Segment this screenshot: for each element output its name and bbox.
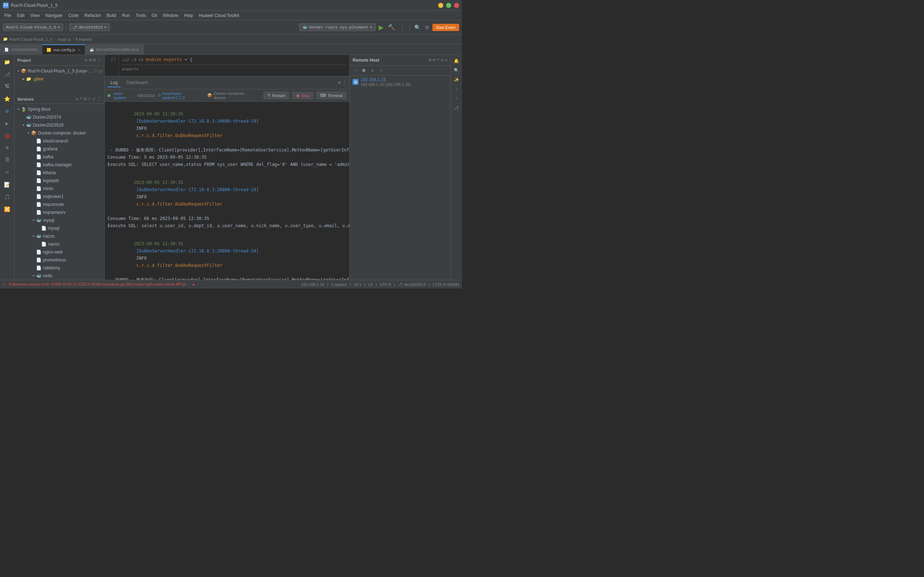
ssh-refresh-btn[interactable]: ↻ — [368, 67, 376, 75]
sidebar-icon-tiktok[interactable]: 🎵 — [2, 191, 13, 203]
scroll-down-btn[interactable]: ↓ — [452, 94, 461, 103]
run-button[interactable]: ▶ — [377, 23, 385, 32]
sidebar-icon-run[interactable]: ▶ — [2, 118, 13, 129]
vcs-annotate-btn[interactable]: ⎇ — [452, 103, 461, 112]
svc-minio[interactable]: 📄 minio — [15, 185, 104, 193]
services-more-icon[interactable]: ⋮ — [97, 96, 102, 102]
svc-kafka-manager[interactable]: 📄 kafka-manager — [15, 161, 104, 169]
menu-run[interactable]: Run — [119, 11, 133, 20]
sidebar-icon-vcs[interactable]: ⎇ — [2, 69, 13, 80]
svc-nacos-group[interactable]: ▼ 🐳 nacos — [15, 232, 104, 240]
log-settings-icon[interactable]: ⚙ — [338, 80, 341, 85]
tree-gitee[interactable]: ▶ 📁 .gitee — [15, 75, 104, 83]
sidebar-icon-structure[interactable]: 🏗 — [2, 81, 13, 92]
ssh-disconnect-btn[interactable]: ⏹ — [360, 67, 368, 75]
services-refresh-icon[interactable]: ↻ — [76, 96, 78, 102]
ai-btn[interactable]: ✨ — [452, 76, 461, 84]
build-button[interactable]: 🔨 — [386, 23, 397, 31]
inspect-btn[interactable]: 🔍 — [452, 66, 461, 75]
ssh-connect-btn[interactable]: → — [351, 67, 359, 75]
close-btn[interactable] — [454, 3, 459, 8]
stop-button[interactable]: ⏹ Stop — [292, 92, 313, 99]
sidebar-icon-debug[interactable]: 🐞 — [2, 130, 13, 141]
docker2023518[interactable]: ▼ 🐳 Docker2023518 — [15, 121, 104, 129]
sidebar-icon-git[interactable]: 🔀 — [2, 203, 13, 215]
menu-file[interactable]: File — [2, 11, 14, 20]
restart-button[interactable]: ↻ Restart — [263, 92, 289, 99]
ssh-chevron-btn[interactable]: ▾ — [377, 67, 385, 75]
svc-kibana[interactable]: 📄 kibana — [15, 169, 104, 177]
sidebar-icon-todo[interactable]: 📝 — [2, 179, 13, 190]
gear-icon[interactable]: ⚙ — [93, 57, 96, 63]
menu-code[interactable]: Code — [65, 11, 82, 20]
menu-refactor[interactable]: Refactor — [82, 11, 103, 20]
log-tab-dashboard[interactable]: Dashboard — [123, 79, 150, 87]
search-everywhere-button[interactable]: 🔍 — [413, 24, 422, 31]
menu-git[interactable]: Git — [149, 11, 160, 20]
remote-refresh-icon[interactable]: ↻ — [441, 57, 444, 63]
menu-tools[interactable]: Tools — [133, 11, 149, 20]
sidebar-icon-favorites[interactable]: ⭐ — [2, 93, 13, 105]
sidebar-icon-database[interactable]: 🗄 — [2, 154, 13, 166]
services-filter-icon[interactable]: ⊟ — [84, 96, 87, 102]
log-content[interactable]: 2023-09-05 12:30:35 [DubboServerHandler-… — [105, 102, 349, 280]
compose-docker[interactable]: ▼ 📦 Docker-compose: docker — [15, 129, 104, 137]
svc-mqnamesrv[interactable]: 📄 mqnamesrv — [15, 208, 104, 216]
tab-env-production[interactable]: 📄 .env.production — [0, 44, 42, 55]
menu-window[interactable]: Window — [160, 11, 181, 20]
log-tab-log[interactable]: Log — [108, 79, 121, 87]
breadcrumb-root[interactable]: 📁 RuoYi-Cloud-PlusA_1_5 — [3, 37, 52, 42]
more-icon[interactable]: ⋮ — [97, 57, 102, 63]
terminal-button[interactable]: ⌨ Terminal — [316, 92, 347, 99]
svc-logstash[interactable]: 📄 logstash — [15, 177, 104, 185]
remote-add-icon[interactable]: + — [437, 57, 439, 63]
remote-host-item[interactable]: 🖥 192.168.1.16 192.168.1.16 (192.168.1.1… — [350, 76, 451, 88]
project-selector[interactable]: RuoYi-Cloud-PlusA_1_5 ▾ — [3, 23, 63, 31]
remote-minimize-icon[interactable]: ⊟ — [433, 57, 435, 63]
more-actions-button[interactable]: ⋮ — [398, 23, 407, 31]
collapse-icon[interactable]: ⊟ — [89, 57, 92, 63]
svc-mysql-group[interactable]: ▼ 🐳 mysql — [15, 216, 104, 224]
breadcrumb-item-2[interactable]: ℹ exports — [76, 37, 92, 42]
services-add-icon[interactable]: + — [80, 96, 82, 102]
scroll-up-btn[interactable]: ↑ — [452, 85, 461, 93]
tab-java[interactable]: ☕ SecureClassLoader.java — [85, 44, 144, 55]
svc-rabbitmq[interactable]: 📄 rabbitmq — [15, 264, 104, 272]
svc-mqconsole[interactable]: 📄 mqconsole — [15, 200, 104, 208]
tab-vue-config[interactable]: 🟨 vue.config.js ✕ — [42, 44, 85, 55]
branch-selector[interactable]: ⎇ dev2023613 ▾ — [69, 23, 110, 31]
sync-icon[interactable]: ↻ — [85, 57, 87, 63]
tree-root[interactable]: ▼ 📦 RuoYi-Cloud-PlusA_1_5 [ruoyi-cloud-p… — [15, 67, 104, 75]
svc-nacos[interactable]: 📄 nacos — [15, 240, 104, 248]
menu-edit[interactable]: Edit — [14, 11, 27, 20]
minimize-btn[interactable] — [438, 3, 443, 8]
sidebar-icon-kubernetes[interactable]: ☸ — [2, 142, 13, 154]
code-content[interactable]: ⚠△2 ✓3 ✗2 module.exports = { exports — [119, 55, 349, 76]
menu-view[interactable]: View — [27, 11, 43, 20]
services-sort-icon[interactable]: ↕ — [88, 96, 90, 102]
tab-vue-close[interactable]: ✕ — [78, 48, 81, 52]
menu-huawei-cloud-toolkit[interactable]: Huawei Cloud Toolkit — [196, 11, 242, 20]
breadcrumb-item-1[interactable]: ruoyi-ui — [57, 37, 70, 42]
settings-button[interactable]: ⚙ — [423, 24, 431, 31]
sidebar-icon-terminal[interactable]: ⌨ — [2, 167, 13, 178]
remote-settings-icon[interactable]: ⚙ — [429, 57, 431, 63]
notifications-btn[interactable]: 🔔 — [452, 56, 461, 65]
svc-nginx[interactable]: 📄 nginx-web — [15, 248, 104, 256]
start-exam-button[interactable]: Start Exam — [432, 24, 459, 31]
svc-prometheus[interactable]: 📄 prometheus — [15, 256, 104, 264]
menu-build[interactable]: Build — [103, 11, 119, 20]
sidebar-icon-services[interactable]: ⚙ — [2, 105, 13, 117]
log-more-icon[interactable]: ⋮ — [342, 80, 347, 85]
springboot-group[interactable]: ▼ 🍃 Spring Boot — [15, 105, 104, 113]
svc-elasticsearch[interactable]: 📄 elasticsearch — [15, 137, 104, 145]
run-config-selector[interactable]: 🐳 docker.ruoyi-sys…ployment ▾ — [299, 23, 376, 31]
docker202374[interactable]: 🐳 Docker202374 — [15, 113, 104, 121]
service-name-link[interactable]: ruoyi-system — [113, 91, 136, 100]
menu-help[interactable]: Help — [181, 11, 196, 20]
sidebar-icon-project[interactable]: 📁 — [2, 56, 13, 68]
services-expand-icon[interactable]: ⤢ — [92, 96, 96, 102]
svc-kafka[interactable]: 📄 kafka — [15, 153, 104, 161]
svc-grafana[interactable]: 📄 grafana — [15, 145, 104, 153]
menu-navigate[interactable]: Navigate — [43, 11, 65, 20]
